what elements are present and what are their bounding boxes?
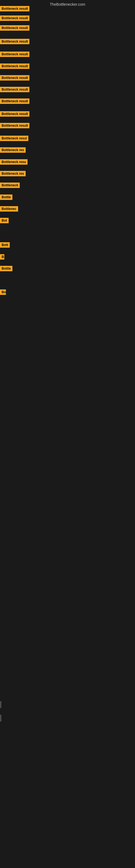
bottleneck-row-17: Bottle bbox=[0, 194, 12, 201]
bottleneck-row-4: Bottleneck result bbox=[0, 39, 30, 45]
bottleneck-badge-6: Bottleneck result bbox=[0, 63, 30, 69]
bottleneck-row-8: Bottleneck result bbox=[0, 87, 30, 93]
bottleneck-badge-3: Bottleneck result bbox=[0, 25, 30, 31]
bottleneck-row-11: Bottleneck result bbox=[0, 123, 30, 129]
bottleneck-badge-1: Bottleneck result bbox=[0, 6, 30, 11]
bottleneck-badge-16: Bottleneck bbox=[0, 183, 20, 188]
bottleneck-badge-14: Bottleneck resu bbox=[0, 159, 28, 165]
bottleneck-badge-19: Bot bbox=[0, 218, 9, 223]
vertical-line-2 bbox=[1, 715, 1, 721]
bottleneck-badge-8: Bottleneck result bbox=[0, 87, 30, 92]
bottleneck-badge-10: Bottleneck result bbox=[0, 111, 30, 117]
bottleneck-badge-11: Bottleneck result bbox=[0, 123, 30, 128]
bottleneck-row-13: Bottleneck res bbox=[0, 147, 26, 154]
bottleneck-badge-12: Bottleneck resul bbox=[0, 135, 28, 141]
bottleneck-badge-7: Bottleneck result bbox=[0, 75, 30, 81]
bottleneck-badge-5: Bottleneck result bbox=[0, 52, 30, 57]
bottleneck-row-19: Bot bbox=[0, 218, 9, 224]
bottleneck-row-12: Bottleneck resul bbox=[0, 135, 28, 142]
bottleneck-row-6: Bottleneck result bbox=[0, 63, 30, 70]
vertical-line-1 bbox=[1, 701, 1, 708]
bottleneck-row-20: Bott bbox=[0, 242, 10, 249]
bottleneck-row-14: Bottleneck resu bbox=[0, 159, 28, 166]
bottleneck-row-10: Bottleneck result bbox=[0, 111, 30, 118]
bottleneck-row-23: Bo bbox=[0, 289, 6, 296]
bottleneck-badge-23: Bo bbox=[0, 289, 6, 295]
bottleneck-row-21: B bbox=[0, 254, 4, 261]
bottleneck-badge-22: Bottle bbox=[0, 266, 12, 271]
bottleneck-row-7: Bottleneck result bbox=[0, 75, 30, 82]
bottleneck-row-1: Bottleneck result bbox=[0, 6, 30, 12]
bottleneck-row-5: Bottleneck result bbox=[0, 52, 30, 58]
bottleneck-badge-15: Bottleneck res bbox=[0, 171, 26, 176]
bottleneck-badge-21: B bbox=[0, 254, 4, 259]
bottleneck-row-22: Bottle bbox=[0, 266, 12, 272]
bottleneck-row-18: Bottlenec bbox=[0, 206, 18, 213]
bottleneck-row-9: Bottleneck result bbox=[0, 98, 30, 105]
bottleneck-row-16: Bottleneck bbox=[0, 183, 20, 189]
bottleneck-row-15: Bottleneck res bbox=[0, 171, 26, 177]
bottleneck-badge-18: Bottlenec bbox=[0, 206, 18, 212]
bottleneck-badge-4: Bottleneck result bbox=[0, 39, 30, 44]
bottleneck-badge-9: Bottleneck result bbox=[0, 98, 30, 104]
bottleneck-row-3: Bottleneck result bbox=[0, 25, 30, 32]
bottleneck-badge-17: Bottle bbox=[0, 194, 12, 200]
bottleneck-badge-13: Bottleneck res bbox=[0, 147, 26, 153]
bottleneck-badge-20: Bott bbox=[0, 242, 10, 248]
bottleneck-badge-2: Bottleneck result bbox=[0, 16, 30, 21]
bottleneck-row-2: Bottleneck result bbox=[0, 16, 30, 22]
